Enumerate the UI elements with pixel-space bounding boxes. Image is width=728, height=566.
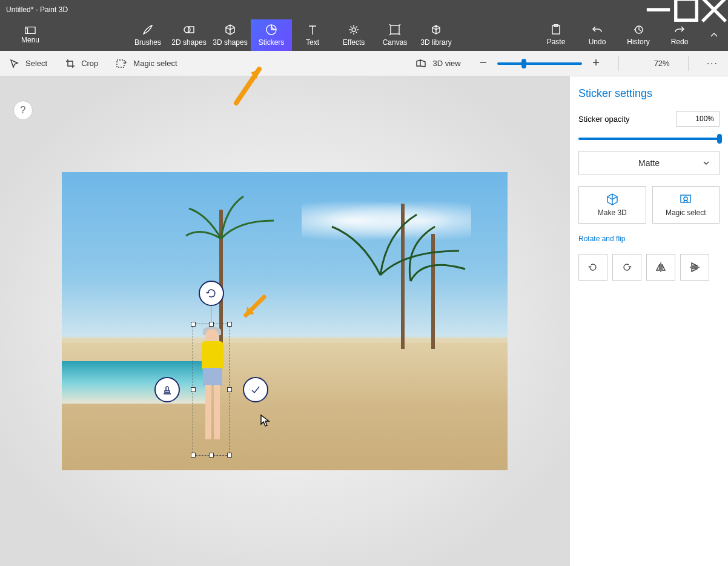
make-3d-button[interactable]: Make 3D: [578, 186, 646, 224]
commit-sticker-button[interactable]: [243, 377, 268, 402]
flip-horizontal-button[interactable]: [646, 254, 675, 281]
window-title: Untitled* - Paint 3D: [6, 5, 68, 14]
magic-select-label: Magic select: [133, 59, 177, 68]
window-minimize-button[interactable]: [644, 0, 672, 19]
tool-effects[interactable]: Effects: [333, 19, 374, 51]
sticker-settings-panel: Sticker settings Sticker opacity Matte M…: [569, 76, 728, 566]
flip-vertical-button[interactable]: [680, 254, 709, 281]
sticker-selection-box[interactable]: [193, 324, 230, 456]
opacity-slider-thumb[interactable]: [717, 134, 722, 144]
cmd-redo[interactable]: Redo: [659, 19, 700, 51]
titlebar: Untitled* - Paint 3D: [0, 0, 728, 19]
zoom-in-button[interactable]: [592, 58, 600, 68]
menu-label: Menu: [21, 36, 39, 44]
top-ribbon: Menu Brushes 2D shapes 3D shapes Sticker…: [0, 19, 728, 51]
view3d-label: 3D view: [432, 59, 460, 68]
annotation-arrow-icon: [229, 65, 265, 114]
opacity-label: Sticker opacity: [578, 115, 630, 124]
tool-3d-library[interactable]: 3D library: [415, 19, 457, 51]
palm-fronds-decoration: [314, 178, 471, 299]
rotate-ccw-button[interactable]: [578, 254, 607, 281]
canvas-image[interactable]: [62, 172, 508, 470]
tool-label: Stickers: [259, 38, 285, 47]
cmd-history[interactable]: History: [618, 19, 659, 51]
tool-label: 3D shapes: [213, 38, 247, 47]
svg-point-2: [184, 27, 190, 33]
cmd-label: Redo: [671, 38, 689, 46]
cmd-label: Undo: [589, 38, 606, 46]
cmd-label: Paste: [547, 38, 566, 46]
tool-label: 2D shapes: [171, 38, 206, 47]
tool-stickers[interactable]: Stickers: [251, 19, 292, 51]
more-menu[interactable]: ···: [707, 58, 718, 69]
opacity-slider[interactable]: [578, 138, 720, 140]
svg-point-12: [684, 197, 687, 201]
opacity-input[interactable]: [676, 111, 720, 127]
svg-rect-6: [391, 25, 399, 34]
tool-3d-shapes[interactable]: 3D shapes: [210, 19, 251, 51]
help-button[interactable]: ?: [13, 101, 33, 120]
panel-title: Sticker settings: [578, 87, 720, 100]
stamp-sticker-button[interactable]: [154, 377, 180, 402]
cursor-icon: [260, 415, 270, 427]
resize-handle[interactable]: [191, 453, 196, 458]
svg-rect-0: [676, 0, 697, 20]
sticker-content[interactable]: [197, 329, 226, 451]
divider: [688, 56, 689, 71]
water-decoration: [62, 361, 207, 404]
magic-select-tool[interactable]: Magic select: [116, 59, 177, 68]
zoom-slider[interactable]: [497, 62, 582, 65]
resize-handle[interactable]: [227, 453, 232, 458]
rotate-handle[interactable]: [199, 281, 224, 306]
annotation-arrow-icon: [239, 293, 269, 324]
resize-handle[interactable]: [209, 322, 214, 327]
cmd-paste[interactable]: Paste: [535, 19, 577, 51]
zoom-percent: 72%: [637, 59, 670, 68]
resize-handle[interactable]: [191, 322, 196, 327]
rotate-flip-label: Rotate and flip: [578, 235, 720, 243]
svg-point-5: [352, 28, 356, 32]
resize-handle[interactable]: [191, 387, 196, 392]
resize-handle[interactable]: [227, 322, 232, 327]
sub-toolbar: Select Crop Magic select 3D view 72% ···: [0, 51, 728, 76]
svg-rect-11: [681, 195, 690, 202]
magic-select-button[interactable]: Magic select: [652, 186, 720, 224]
finish-value: Matte: [638, 158, 660, 168]
divider: [618, 56, 619, 71]
tool-label: Effects: [343, 38, 365, 47]
select-label: Select: [25, 59, 47, 68]
tool-2d-shapes[interactable]: 2D shapes: [168, 19, 210, 51]
crop-tool[interactable]: Crop: [65, 59, 98, 68]
rotate-cw-button[interactable]: [612, 254, 641, 281]
make-3d-label: Make 3D: [598, 208, 627, 217]
window-close-button[interactable]: [700, 0, 728, 19]
resize-handle[interactable]: [227, 387, 232, 392]
svg-rect-10: [117, 60, 124, 67]
cmd-undo[interactable]: Undo: [577, 19, 618, 51]
window-maximize-button[interactable]: [672, 0, 700, 19]
tool-label: Brushes: [134, 38, 161, 47]
resize-handle[interactable]: [209, 453, 214, 458]
select-tool[interactable]: Select: [10, 59, 47, 68]
magic-select-label: Magic select: [666, 208, 706, 217]
zoom-out-button[interactable]: [479, 58, 488, 68]
tool-canvas[interactable]: Canvas: [374, 19, 415, 51]
view3d-toggle[interactable]: 3D view: [415, 59, 460, 68]
palm-fronds-decoration: [183, 178, 280, 251]
tool-brushes[interactable]: Brushes: [127, 19, 168, 51]
menu-button[interactable]: Menu: [0, 19, 61, 51]
tool-text[interactable]: Text: [292, 19, 333, 51]
cmd-label: History: [627, 38, 649, 46]
zoom-slider-thumb[interactable]: [521, 59, 526, 68]
tool-label: 3D library: [420, 38, 451, 47]
chevron-down-icon: [702, 159, 710, 167]
tool-label: Canvas: [383, 38, 408, 47]
finish-dropdown[interactable]: Matte: [578, 151, 720, 175]
tool-label: Text: [306, 38, 319, 47]
crop-label: Crop: [81, 59, 98, 68]
expand-ribbon-button[interactable]: [700, 19, 728, 51]
canvas-area[interactable]: ?: [0, 76, 569, 566]
